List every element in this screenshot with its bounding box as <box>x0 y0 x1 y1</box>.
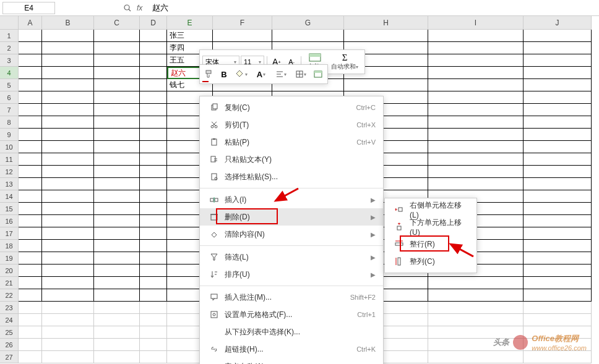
cell-I7[interactable] <box>428 104 524 116</box>
cell-G1[interactable] <box>272 30 344 42</box>
cell-A18[interactable] <box>19 240 42 252</box>
cell-D2[interactable] <box>140 42 167 54</box>
menu-item-insert[interactable]: 插入(I)▶ <box>200 191 383 208</box>
cell-B18[interactable] <box>42 240 94 252</box>
cell-C26[interactable] <box>94 339 140 351</box>
cell-B9[interactable] <box>42 129 94 141</box>
cell-A27[interactable] <box>19 351 42 363</box>
cell-B17[interactable] <box>42 227 94 240</box>
menu-item-item[interactable]: 定义名称(A)... <box>200 358 383 364</box>
cell-D15[interactable] <box>140 203 167 215</box>
cell-D14[interactable] <box>140 190 167 203</box>
cell-D10[interactable] <box>140 141 167 153</box>
cell-I24[interactable] <box>428 314 524 326</box>
select-all-corner[interactable] <box>0 16 19 30</box>
cell-I23[interactable] <box>428 302 524 314</box>
row-header-24[interactable]: 24 <box>0 314 19 326</box>
cell-J2[interactable] <box>524 42 592 54</box>
cell-D4[interactable] <box>140 67 167 79</box>
row-header-6[interactable]: 6 <box>0 91 19 104</box>
row-header-26[interactable]: 26 <box>0 339 19 351</box>
submenu-item-row[interactable]: 整行(R) <box>385 235 476 253</box>
cell-D9[interactable] <box>140 129 167 141</box>
cell-I5[interactable] <box>428 79 524 91</box>
cell-J4[interactable] <box>524 67 592 79</box>
submenu-item-col[interactable]: 整列(C) <box>385 253 476 270</box>
cell-B23[interactable] <box>42 302 94 314</box>
cell-D3[interactable] <box>140 54 167 67</box>
cell-B25[interactable] <box>42 326 94 339</box>
cell-D5[interactable] <box>140 79 167 91</box>
cell-D19[interactable] <box>140 252 167 265</box>
row-header-5[interactable]: 5 <box>0 79 19 91</box>
cell-A11[interactable] <box>19 153 42 166</box>
col-header-D[interactable]: D <box>140 16 167 30</box>
cell-J13[interactable] <box>524 178 592 190</box>
cell-C10[interactable] <box>94 141 140 153</box>
cell-J17[interactable] <box>524 227 592 240</box>
cell-D20[interactable] <box>140 265 167 277</box>
cell-D8[interactable] <box>140 116 167 129</box>
cell-J14[interactable] <box>524 190 592 203</box>
row-header-12[interactable]: 12 <box>0 166 19 178</box>
cell-I11[interactable] <box>428 153 524 166</box>
row-header-18[interactable]: 18 <box>0 240 19 252</box>
cell-D22[interactable] <box>140 289 167 302</box>
cell-J7[interactable] <box>524 104 592 116</box>
cell-C27[interactable] <box>94 351 140 363</box>
cell-D21[interactable] <box>140 277 167 289</box>
cell-J12[interactable] <box>524 166 592 178</box>
cell-B14[interactable] <box>42 190 94 203</box>
row-header-19[interactable]: 19 <box>0 252 19 265</box>
cell-I21[interactable] <box>428 277 524 289</box>
col-header-H[interactable]: H <box>344 16 428 30</box>
submenu-item-shift-up[interactable]: 下方单元格上移(U) <box>385 218 476 235</box>
cell-C21[interactable] <box>94 277 140 289</box>
cell-J10[interactable] <box>524 141 592 153</box>
cell-J5[interactable] <box>524 79 592 91</box>
row-header-9[interactable]: 9 <box>0 129 19 141</box>
cell-A8[interactable] <box>19 116 42 129</box>
cell-J19[interactable] <box>524 252 592 265</box>
cell-J8[interactable] <box>524 116 592 129</box>
cell-C11[interactable] <box>94 153 140 166</box>
cell-A9[interactable] <box>19 129 42 141</box>
cell-A13[interactable] <box>19 178 42 190</box>
cell-C7[interactable] <box>94 104 140 116</box>
cell-B12[interactable] <box>42 166 94 178</box>
format-painter-button[interactable] <box>202 67 216 81</box>
row-header-2[interactable]: 2 <box>0 42 19 54</box>
col-header-J[interactable]: J <box>524 16 592 30</box>
submenu-item-shift-left[interactable]: 右侧单元格左移(L) <box>385 201 476 218</box>
cell-A26[interactable] <box>19 339 42 351</box>
cell-J3[interactable] <box>524 54 592 67</box>
cell-B21[interactable] <box>42 277 94 289</box>
cell-D18[interactable] <box>140 240 167 252</box>
menu-item-format[interactable]: 设置单元格格式(F)...Ctrl+1 <box>200 306 383 323</box>
row-header-14[interactable]: 14 <box>0 190 19 203</box>
col-header-E[interactable]: E <box>167 16 213 30</box>
cell-A25[interactable] <box>19 326 42 339</box>
cell-I2[interactable] <box>428 42 524 54</box>
cell-B5[interactable] <box>42 79 94 91</box>
cell-A5[interactable] <box>19 79 42 91</box>
row-header-20[interactable]: 20 <box>0 265 19 277</box>
cell-E1[interactable]: 张三 <box>167 30 213 42</box>
cell-C23[interactable] <box>94 302 140 314</box>
cell-D17[interactable] <box>140 227 167 240</box>
col-header-C[interactable]: C <box>94 16 140 30</box>
row-header-17[interactable]: 17 <box>0 227 19 240</box>
cell-B22[interactable] <box>42 289 94 302</box>
cell-A17[interactable] <box>19 227 42 240</box>
cell-B19[interactable] <box>42 252 94 265</box>
cell-I6[interactable] <box>428 91 524 104</box>
cell-A14[interactable] <box>19 190 42 203</box>
menu-item-sort[interactable]: 排序(U)▶ <box>200 266 383 283</box>
cell-D23[interactable] <box>140 302 167 314</box>
cell-I27[interactable] <box>428 351 524 363</box>
cell-A12[interactable] <box>19 166 42 178</box>
row-header-1[interactable]: 1 <box>0 30 19 42</box>
cell-I12[interactable] <box>428 166 524 178</box>
cell-D1[interactable] <box>140 30 167 42</box>
cell-B8[interactable] <box>42 116 94 129</box>
